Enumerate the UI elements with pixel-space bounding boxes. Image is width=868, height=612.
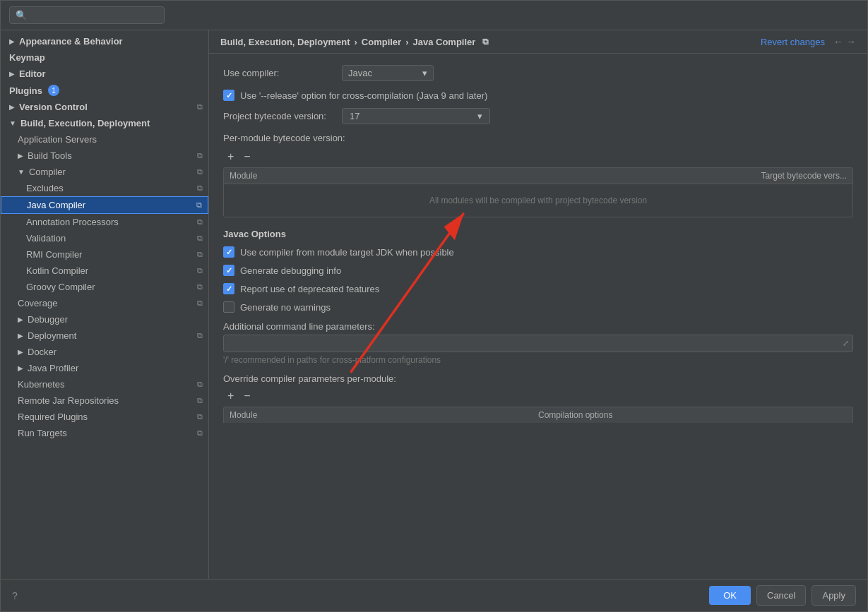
sidebar-item-annotation[interactable]: Annotation Processors ⧉ — [1, 214, 208, 230]
revert-changes-button[interactable]: Revert changes — [761, 37, 825, 47]
sidebar-item-compiler[interactable]: ▼ Compiler ⧉ — [1, 164, 208, 180]
nav-back-button[interactable]: ← — [833, 36, 843, 47]
apply-button[interactable]: Apply — [811, 585, 856, 606]
sidebar-item-validation[interactable]: Validation ⧉ — [1, 230, 208, 246]
opt2-label: Generate debugging info — [240, 265, 341, 276]
arrow-icon: ▼ — [18, 168, 25, 176]
arrow-icon: ▶ — [9, 70, 15, 78]
sidebar-item-label: Kubernetes — [18, 379, 65, 390]
col-module-header: Module — [230, 171, 720, 181]
sidebar-item-java-profiler[interactable]: ▶ Java Profiler — [1, 360, 208, 376]
arrow-icon: ▶ — [18, 316, 23, 323]
sidebar-item-label: Editor — [19, 68, 46, 79]
window-icon: ⧉ — [197, 151, 203, 160]
arrow-icon: ▶ — [18, 348, 23, 356]
table-empty-message: All modules will be compiled with projec… — [224, 184, 852, 217]
per-module-table: Module Target bytecode vers... All modul… — [223, 167, 853, 217]
release-option-checkbox[interactable]: ✓ — [223, 90, 234, 101]
sidebar-item-label: Deployment — [28, 330, 76, 341]
window-icon: ⧉ — [197, 234, 203, 243]
hint-text: '/' recommended in paths for cross-platf… — [223, 355, 853, 365]
sidebar-item-label: Java Profiler — [28, 363, 78, 373]
breadcrumb-path: Build, Execution, Deployment › Compiler … — [220, 37, 489, 47]
opt3-checkbox[interactable]: ✓ — [223, 283, 234, 294]
opt2-checkbox[interactable]: ✓ — [223, 265, 234, 276]
ok-button[interactable]: OK — [709, 586, 751, 605]
opt1-label: Use compiler from module target JDK when… — [240, 247, 454, 258]
bytecode-version-dropdown[interactable]: 17 ▾ — [342, 108, 490, 124]
use-compiler-label: Use compiler: — [223, 68, 336, 78]
bottom-right: OK Cancel Apply — [709, 585, 856, 606]
sidebar-item-label: Build Tools — [28, 150, 72, 161]
sidebar-item-keymap[interactable]: Keymap — [1, 49, 208, 66]
sidebar-item-deployment[interactable]: ▶ Deployment ⧉ — [1, 328, 208, 344]
opt3-row: ✓ Report use of deprecated features — [223, 283, 853, 294]
expand-icon[interactable]: ⤢ — [843, 339, 849, 348]
sidebar-item-label: Remote Jar Repositories — [18, 395, 119, 406]
sidebar-item-version-control[interactable]: ▶ Version Control ⧉ — [1, 99, 208, 115]
sidebar-item-docker[interactable]: ▶ Docker — [1, 344, 208, 360]
opt4-row: Generate no warnings — [223, 301, 853, 313]
col-target-header: Target bytecode vers... — [720, 171, 847, 181]
add-override-button[interactable]: + — [223, 388, 238, 404]
sidebar-item-excludes[interactable]: Excludes ⧉ — [1, 180, 208, 196]
sidebar-item-required-plugins[interactable]: Required Plugins ⧉ — [1, 409, 208, 425]
search-box[interactable]: 🔍 — [9, 6, 165, 24]
add-module-button[interactable]: + — [223, 149, 238, 164]
override-section: Override compiler parameters per-module:… — [223, 373, 853, 423]
sidebar-item-build-tools[interactable]: ▶ Build Tools ⧉ — [1, 148, 208, 164]
arrow-icon: ▶ — [18, 152, 23, 160]
override-col-compilation: Compilation options — [538, 410, 847, 420]
sidebar-item-editor[interactable]: ▶ Editor — [1, 66, 208, 82]
sidebar-item-kotlin[interactable]: Kotlin Compiler ⧉ — [1, 263, 208, 279]
search-icon: 🔍 — [16, 10, 27, 20]
sidebar-item-label: RMI Compiler — [26, 249, 82, 260]
sidebar-item-run-targets[interactable]: Run Targets ⧉ — [1, 425, 208, 441]
sidebar-item-label: Run Targets — [18, 428, 67, 438]
sidebar-item-remote-jar[interactable]: Remote Jar Repositories ⧉ — [1, 392, 208, 409]
sidebar-item-java-compiler[interactable]: Java Compiler ⧉ — [1, 196, 208, 214]
breadcrumb-part2: Compiler — [362, 37, 401, 47]
window-icon: ⧉ — [197, 167, 203, 176]
sidebar-item-label: Build, Execution, Deployment — [20, 118, 150, 128]
remove-override-button[interactable]: − — [239, 388, 254, 404]
sidebar-item-coverage[interactable]: Coverage ⧉ — [1, 295, 208, 311]
breadcrumb-sep1: › — [354, 37, 357, 47]
window-icon: ⧉ — [197, 282, 203, 292]
chevron-down-icon: ▾ — [477, 111, 482, 121]
window-icon: ⧉ — [197, 184, 203, 193]
sidebar-item-label: Java Compiler — [27, 200, 85, 210]
release-option-label: Use '--release' option for cross-compila… — [240, 90, 487, 101]
per-module-label: Per-module bytecode version: — [223, 133, 345, 143]
compiler-dropdown[interactable]: Javac ▾ — [342, 65, 434, 81]
sidebar-item-groovy[interactable]: Groovy Compiler ⧉ — [1, 279, 208, 295]
sidebar-item-appearance[interactable]: ▶ Appearance & Behavior — [1, 33, 208, 49]
nav-forward-button[interactable]: → — [846, 36, 856, 47]
sidebar-item-kubernetes[interactable]: Kubernetes ⧉ — [1, 376, 208, 392]
help-button[interactable]: ? — [12, 590, 18, 601]
window-icon: ⧉ — [197, 102, 203, 112]
sidebar-item-rmi[interactable]: RMI Compiler ⧉ — [1, 246, 208, 263]
sidebar-item-label: Debugger — [28, 314, 68, 325]
javac-options-title: Javac Options — [223, 229, 853, 239]
sidebar-item-label: Appearance & Behavior — [19, 36, 123, 47]
opt1-checkbox[interactable]: ✓ — [223, 246, 234, 258]
cancel-button[interactable]: Cancel — [756, 585, 806, 606]
sidebar-item-app-servers[interactable]: Application Servers — [1, 131, 208, 148]
bottom-bar: ? OK Cancel Apply — [1, 579, 867, 611]
sidebar-item-plugins[interactable]: Plugins 1 — [1, 82, 208, 99]
cmd-input[interactable] — [223, 335, 853, 352]
opt4-checkbox[interactable] — [223, 301, 234, 313]
arrow-icon: ▼ — [9, 119, 16, 127]
sidebar-item-debugger[interactable]: ▶ Debugger — [1, 311, 208, 328]
sidebar-item-label: Kotlin Compiler — [26, 265, 88, 276]
remove-module-button[interactable]: − — [239, 149, 254, 164]
override-col-module: Module — [230, 410, 538, 420]
release-option-row: ✓ Use '--release' option for cross-compi… — [223, 90, 853, 101]
breadcrumb-part1: Build, Execution, Deployment — [220, 37, 350, 47]
window-icon: ⧉ — [196, 200, 202, 210]
search-input[interactable] — [31, 10, 158, 20]
sidebar-item-build-exec[interactable]: ▼ Build, Execution, Deployment — [1, 115, 208, 131]
main-content: ▶ Appearance & Behavior Keymap ▶ Editor … — [1, 30, 867, 579]
right-panel: Build, Execution, Deployment › Compiler … — [209, 30, 867, 579]
